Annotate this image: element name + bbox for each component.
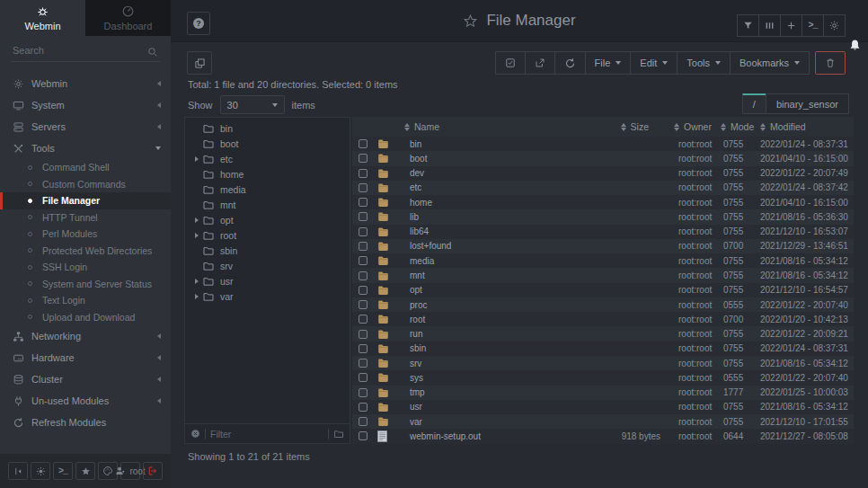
sidebar-item[interactable]: Hardware xyxy=(0,347,171,368)
tree-item[interactable]: home xyxy=(185,166,350,182)
clear-circle-icon[interactable] xyxy=(190,429,200,439)
file-name[interactable]: lib xyxy=(399,212,530,222)
file-row[interactable]: sbin root:root 0755 2022/01/24 - 08:37:3… xyxy=(352,342,854,356)
toolbar-button[interactable]: File xyxy=(585,51,632,75)
header-action-button[interactable] xyxy=(823,14,846,37)
tree-item[interactable]: var xyxy=(185,288,350,304)
column-header-name[interactable]: Name xyxy=(399,121,530,132)
row-checkbox[interactable] xyxy=(359,330,368,339)
sidebar-item[interactable]: Command Shell xyxy=(0,159,171,176)
file-row[interactable]: lost+found root:root 0700 2021/12/29 - 1… xyxy=(352,239,854,253)
file-name[interactable]: webmin-setup.out xyxy=(399,431,530,441)
toolbar-button[interactable]: Edit xyxy=(630,51,678,75)
expand-arrow-icon[interactable] xyxy=(195,217,199,223)
file-row[interactable]: run root:root 0755 2022/01/22 - 20:09:21 xyxy=(352,326,854,341)
sidebar-item[interactable]: Un-used Modules xyxy=(0,390,171,412)
column-header-modified[interactable]: Modified xyxy=(760,121,854,132)
file-row[interactable]: home root:root 0755 2021/04/10 - 16:15:0… xyxy=(352,195,854,209)
file-row[interactable]: srv root:root 0755 2021/08/16 - 05:34:12 xyxy=(352,356,854,370)
tree-item[interactable]: media xyxy=(185,182,350,197)
row-checkbox[interactable] xyxy=(359,227,368,236)
file-row[interactable]: etc root:root 0755 2022/01/24 - 08:37:42 xyxy=(352,181,854,195)
toolbar-button[interactable] xyxy=(815,51,846,75)
file-row[interactable]: tmp root:root 1777 2022/01/25 - 10:00:03 xyxy=(352,386,854,400)
tree-item[interactable]: srv xyxy=(185,258,350,273)
file-name[interactable]: boot xyxy=(399,154,530,164)
tree-item[interactable]: etc xyxy=(185,151,350,166)
header-action-button[interactable] xyxy=(737,14,759,37)
paste-buffer-button[interactable] xyxy=(187,51,212,75)
breadcrumb-segment[interactable]: binary_sensor xyxy=(766,93,849,114)
sidebar-item[interactable]: Perl Modules xyxy=(0,226,171,243)
file-name[interactable]: sys xyxy=(399,373,530,383)
sidebar-item[interactable]: Upload and Download xyxy=(0,309,171,326)
help-button[interactable]: ? xyxy=(187,12,210,35)
row-checkbox[interactable] xyxy=(359,388,368,397)
sidebar-tab[interactable]: Webmin xyxy=(0,0,85,36)
row-checkbox[interactable] xyxy=(359,169,368,178)
row-checkbox[interactable] xyxy=(359,154,368,163)
file-row[interactable]: lib root:root 0755 2021/08/16 - 05:36:30 xyxy=(352,209,854,224)
file-row[interactable]: opt root:root 0755 2021/12/10 - 16:54:57 xyxy=(352,283,854,297)
row-checkbox[interactable] xyxy=(359,242,368,251)
column-header-size[interactable]: Size xyxy=(530,121,665,132)
file-name[interactable]: dev xyxy=(399,168,530,178)
row-checkbox[interactable] xyxy=(359,198,368,207)
file-row[interactable]: boot root:root 0755 2021/04/10 - 16:15:0… xyxy=(352,151,854,165)
row-checkbox[interactable] xyxy=(359,359,368,368)
tree-item[interactable]: bin xyxy=(185,120,350,136)
header-action-button[interactable] xyxy=(780,14,802,37)
tree-filter-input[interactable] xyxy=(210,429,323,439)
file-name[interactable]: usr xyxy=(399,402,530,412)
sidebar-item[interactable]: Refresh Modules xyxy=(0,412,171,433)
header-action-button[interactable]: >_ xyxy=(802,14,824,37)
sidebar-footer-button[interactable] xyxy=(143,462,163,480)
sidebar-footer-button[interactable] xyxy=(31,462,50,480)
file-name[interactable]: etc xyxy=(399,182,530,192)
expand-arrow-icon[interactable] xyxy=(195,279,199,284)
sidebar-tab[interactable]: Dashboard xyxy=(85,0,171,36)
tree-item[interactable]: sbin xyxy=(185,243,350,258)
file-row[interactable]: dev root:root 0755 2022/01/22 - 20:07:49 xyxy=(352,166,854,181)
row-checkbox[interactable] xyxy=(359,300,368,309)
sidebar-footer-button[interactable] xyxy=(75,462,95,480)
sidebar-item[interactable]: File Manager xyxy=(0,192,171,209)
sidebar-item[interactable]: Tools xyxy=(0,138,171,159)
sidebar-item[interactable]: Networking xyxy=(0,325,171,347)
tree-item[interactable]: root xyxy=(185,227,350,243)
row-checkbox[interactable] xyxy=(359,403,368,412)
file-row[interactable]: webmin-setup.out 918 bytes root:root 064… xyxy=(352,429,854,443)
file-name[interactable]: opt xyxy=(399,285,530,295)
file-row[interactable]: mnt root:root 0755 2021/08/16 - 05:34:12 xyxy=(352,268,854,282)
sidebar-item[interactable]: Webmin xyxy=(0,73,171,94)
column-header-owner[interactable]: Owner xyxy=(665,121,719,132)
search-icon[interactable] xyxy=(147,47,158,58)
sidebar-item[interactable]: Protected Web Directories xyxy=(0,243,171,260)
sidebar-item[interactable]: Text Login xyxy=(0,292,171,309)
toolbar-button[interactable] xyxy=(495,51,526,75)
row-checkbox[interactable] xyxy=(359,271,368,280)
file-row[interactable]: proc root:root 0555 2022/01/22 - 20:07:4… xyxy=(352,297,854,312)
tree-item[interactable]: boot xyxy=(185,136,350,151)
row-checkbox[interactable] xyxy=(359,431,368,440)
file-row[interactable]: root root:root 0700 2022/01/20 - 10:42:1… xyxy=(352,312,854,326)
search-input[interactable] xyxy=(11,40,160,62)
sidebar-item[interactable]: Cluster xyxy=(0,368,171,390)
row-checkbox[interactable] xyxy=(359,139,368,148)
file-name[interactable]: mnt xyxy=(399,271,530,280)
row-checkbox[interactable] xyxy=(359,417,368,426)
file-name[interactable]: bin xyxy=(399,139,530,149)
file-name[interactable]: lib64 xyxy=(399,226,530,236)
sidebar-footer-button[interactable] xyxy=(8,462,28,480)
toolbar-button[interactable] xyxy=(554,51,586,75)
file-name[interactable]: tmp xyxy=(399,387,530,397)
sidebar-footer-button[interactable]: >_ xyxy=(53,462,73,480)
row-checkbox[interactable] xyxy=(359,373,368,382)
sidebar-item[interactable]: SSH Login xyxy=(0,259,171,276)
row-checkbox[interactable] xyxy=(359,212,368,221)
file-row[interactable]: lib64 root:root 0755 2021/12/10 - 16:53:… xyxy=(352,225,854,239)
sidebar-footer-button[interactable]: root xyxy=(120,462,140,480)
row-checkbox[interactable] xyxy=(359,315,368,324)
breadcrumb-segment[interactable]: / xyxy=(742,93,766,114)
folder-outline-icon[interactable] xyxy=(333,429,344,439)
